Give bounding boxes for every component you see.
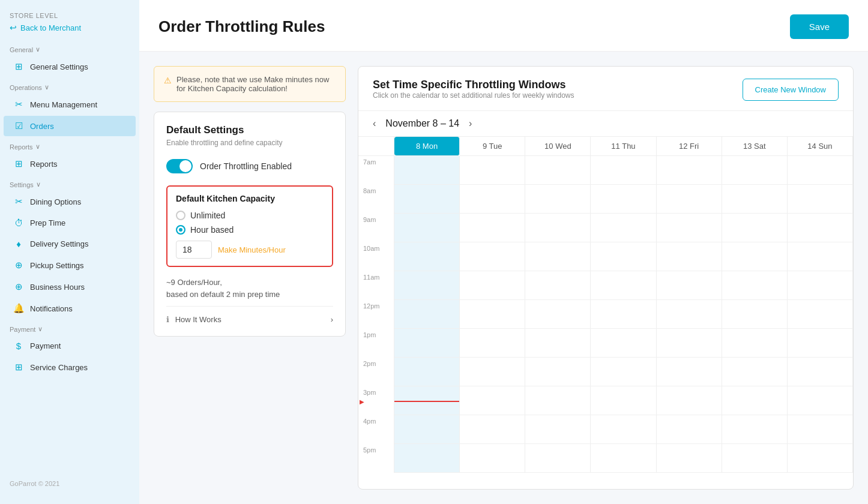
hour-based-radio-row[interactable]: Hour based	[176, 225, 324, 235]
cell-12pm-sun[interactable]	[788, 300, 853, 329]
cell-2pm-sun[interactable]	[788, 358, 853, 386]
day-header-tue[interactable]: 9 Tue	[460, 137, 525, 156]
order-throttling-toggle[interactable]	[166, 159, 193, 173]
cell-12pm-mon[interactable]	[394, 300, 460, 329]
save-button[interactable]: Save	[790, 14, 849, 39]
cell-5pm-sat[interactable]	[722, 444, 788, 473]
cell-8am-mon[interactable]	[394, 185, 460, 214]
cell-10am-sun[interactable]	[788, 242, 853, 271]
cell-8am-thu[interactable]	[591, 185, 656, 214]
cell-1pm-fri[interactable]	[657, 329, 722, 358]
cell-12pm-thu[interactable]	[591, 300, 656, 329]
next-week-button[interactable]: ›	[469, 118, 472, 129]
cell-7am-sun[interactable]	[788, 156, 853, 185]
sidebar-item-payment[interactable]: $ Payment	[4, 336, 136, 356]
cell-12pm-tue[interactable]	[460, 300, 525, 329]
cell-1pm-mon[interactable]	[394, 329, 460, 358]
cell-1pm-wed[interactable]	[525, 329, 591, 358]
cell-7am-thu[interactable]	[591, 156, 656, 185]
cell-5pm-tue[interactable]	[460, 444, 525, 473]
cell-11am-fri[interactable]	[657, 271, 722, 300]
cell-12pm-sat[interactable]	[722, 300, 788, 329]
sidebar-item-reports[interactable]: ⊞ Reports	[4, 154, 136, 174]
sidebar-item-orders[interactable]: ☑ Orders	[4, 116, 136, 136]
cell-2pm-mon[interactable]	[394, 358, 460, 386]
cell-5pm-sun[interactable]	[788, 444, 853, 473]
cell-4pm-thu[interactable]	[591, 415, 656, 444]
sidebar-item-dining-options[interactable]: ✂ Dining Options	[4, 191, 136, 212]
create-new-window-button[interactable]: Create New Window	[743, 79, 839, 101]
cell-1pm-tue[interactable]	[460, 329, 525, 358]
sidebar-item-service-charges[interactable]: ⊞ Service Charges	[4, 357, 136, 377]
cell-8am-sun[interactable]	[788, 185, 853, 214]
cell-4pm-fri[interactable]	[657, 415, 722, 444]
cell-12pm-fri[interactable]	[657, 300, 722, 329]
unlimited-radio[interactable]	[176, 211, 185, 220]
cell-8am-wed[interactable]	[525, 185, 591, 214]
cell-11am-thu[interactable]	[591, 271, 656, 300]
cell-3pm-thu[interactable]	[591, 386, 656, 415]
cell-8am-sat[interactable]	[722, 185, 788, 214]
cell-9am-wed[interactable]	[525, 214, 591, 242]
cell-5pm-thu[interactable]	[591, 444, 656, 473]
capacity-input[interactable]	[176, 241, 212, 259]
cell-10am-fri[interactable]	[657, 242, 722, 271]
how-it-works-row[interactable]: ℹ How It Works ›	[166, 306, 333, 324]
cell-3pm-mon[interactable]	[394, 386, 460, 415]
cell-2pm-sat[interactable]	[722, 358, 788, 386]
cell-11am-wed[interactable]	[525, 271, 591, 300]
cell-11am-tue[interactable]	[460, 271, 525, 300]
prev-week-button[interactable]: ‹	[373, 118, 376, 129]
cell-1pm-sat[interactable]	[722, 329, 788, 358]
cell-7am-fri[interactable]	[657, 156, 722, 185]
cell-2pm-tue[interactable]	[460, 358, 525, 386]
cell-8am-tue[interactable]	[460, 185, 525, 214]
cell-8am-fri[interactable]	[657, 185, 722, 214]
sidebar-item-business-hours[interactable]: ⊕ Business Hours	[4, 277, 136, 297]
cell-3pm-sun[interactable]	[788, 386, 853, 415]
cell-9am-fri[interactable]	[657, 214, 722, 242]
cell-10am-sat[interactable]	[722, 242, 788, 271]
sidebar-item-general-settings[interactable]: ⊞ General Settings	[4, 56, 136, 77]
cell-3pm-tue[interactable]	[460, 386, 525, 415]
sidebar-item-delivery-settings[interactable]: ♦ Delivery Settings	[4, 234, 136, 254]
cell-4pm-mon[interactable]	[394, 415, 460, 444]
cell-5pm-wed[interactable]	[525, 444, 591, 473]
cell-9am-tue[interactable]	[460, 214, 525, 242]
day-header-wed[interactable]: 10 Wed	[525, 137, 591, 156]
cell-10am-mon[interactable]	[394, 242, 460, 271]
cell-2pm-thu[interactable]	[591, 358, 656, 386]
hour-based-radio[interactable]	[176, 225, 185, 235]
cell-7am-sat[interactable]	[722, 156, 788, 185]
cell-12pm-wed[interactable]	[525, 300, 591, 329]
day-header-mon[interactable]: 8 Mon	[394, 137, 460, 156]
cell-10am-thu[interactable]	[591, 242, 656, 271]
cell-4pm-tue[interactable]	[460, 415, 525, 444]
cell-1pm-sun[interactable]	[788, 329, 853, 358]
cell-9am-mon[interactable]	[394, 214, 460, 242]
cell-4pm-wed[interactable]	[525, 415, 591, 444]
cell-10am-wed[interactable]	[525, 242, 591, 271]
cell-4pm-sun[interactable]	[788, 415, 853, 444]
day-header-fri[interactable]: 12 Fri	[657, 137, 722, 156]
cell-1pm-thu[interactable]	[591, 329, 656, 358]
cell-10am-tue[interactable]	[460, 242, 525, 271]
unlimited-radio-row[interactable]: Unlimited	[176, 211, 324, 220]
cell-11am-sun[interactable]	[788, 271, 853, 300]
cell-5pm-mon[interactable]	[394, 444, 460, 473]
cell-9am-sat[interactable]	[722, 214, 788, 242]
cell-4pm-sat[interactable]	[722, 415, 788, 444]
cell-2pm-wed[interactable]	[525, 358, 591, 386]
cell-3pm-sat[interactable]	[722, 386, 788, 415]
cell-9am-sun[interactable]	[788, 214, 853, 242]
cell-7am-mon[interactable]	[394, 156, 460, 185]
cell-5pm-fri[interactable]	[657, 444, 722, 473]
calendar-grid-wrapper[interactable]: 8 Mon 9 Tue 10 Wed 11 Thu 12 Fri 13 Sat …	[358, 137, 853, 489]
cell-7am-tue[interactable]	[460, 156, 525, 185]
cell-9am-thu[interactable]	[591, 214, 656, 242]
cell-3pm-fri[interactable]	[657, 386, 722, 415]
sidebar-item-prep-time[interactable]: ⏱ Prep Time	[4, 213, 136, 233]
cell-7am-wed[interactable]	[525, 156, 591, 185]
sidebar-item-menu-management[interactable]: ✂ Menu Management	[4, 94, 136, 115]
cell-3pm-wed[interactable]	[525, 386, 591, 415]
